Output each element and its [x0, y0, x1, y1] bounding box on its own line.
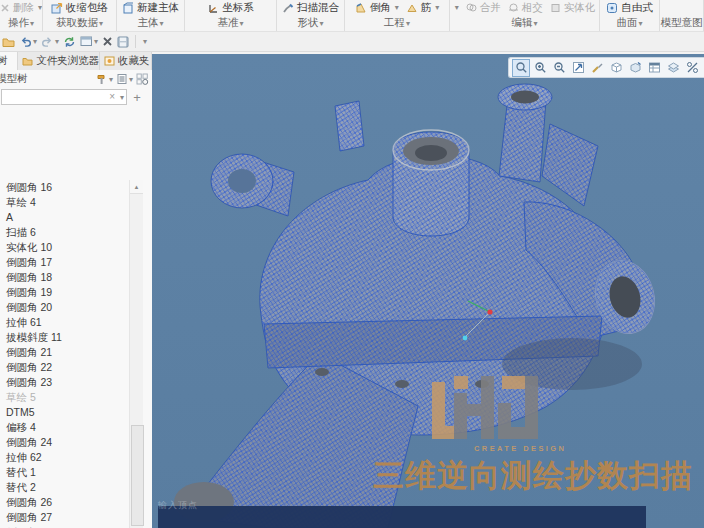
zoom-out-icon[interactable] [550, 59, 568, 77]
zoom-in-icon[interactable] [531, 59, 549, 77]
group-label-engineering[interactable]: 工程 [345, 16, 449, 31]
solidify-label: 实体化 [564, 1, 596, 15]
display-style-icon[interactable] [607, 59, 625, 77]
saved-orientations-icon[interactable] [626, 59, 644, 77]
group-label-operations[interactable]: 操作 [0, 16, 42, 31]
tree-filter-icon[interactable] [136, 73, 149, 85]
search-input[interactable]: × [1, 89, 127, 105]
tree-item[interactable]: DTM5 [0, 405, 128, 420]
tree-item[interactable]: 替代 2 [0, 480, 128, 495]
group-label-shapes[interactable]: 形状 [277, 16, 344, 31]
more-commands-icon[interactable] [142, 37, 147, 46]
tab-folder-browser[interactable]: 文件夹浏览器 [18, 52, 100, 70]
tab-model-tree-label: 模型树 [0, 54, 8, 68]
regenerate-icon[interactable] [63, 36, 76, 48]
swept-blend-icon [282, 2, 294, 14]
delete-label: 删除 [13, 1, 34, 15]
tree-item[interactable]: 拉伸 61 [0, 315, 128, 330]
tab-model-tree[interactable]: 模型树 [0, 52, 18, 70]
tree-item[interactable]: 倒圆角 20 [0, 300, 128, 315]
quick-access-toolbar [0, 31, 704, 52]
ribbon-group-engineering: 倒角 筋 工程 [345, 0, 450, 31]
tree-item[interactable]: 草绘 5 [0, 390, 128, 405]
view-manager-icon[interactable] [645, 59, 663, 77]
shrinkwrap-button[interactable]: 收缩包络 [51, 1, 108, 15]
tree-item[interactable]: 拔模斜度 11 [0, 330, 128, 345]
intersect-icon [508, 2, 519, 13]
ribbon-group-shapes: 扫描混合 形状 [277, 0, 345, 31]
tree-item[interactable]: 倒圆角 22 [0, 360, 128, 375]
zoom-box-icon[interactable] [512, 59, 530, 77]
group-label-model-intent[interactable]: 模型意图 [660, 16, 703, 31]
rib-button[interactable]: 筋 [406, 1, 440, 15]
graphics-canvas[interactable]: 输入顶点 CREATE DESIGN 三维逆向测绘抄数扫描 [152, 54, 704, 528]
tree-show-icon[interactable] [116, 73, 133, 85]
group-label-editing[interactable]: 编辑 [450, 16, 599, 31]
ribbon-group-body: 新建主体 主体 [117, 0, 185, 31]
save-icon[interactable] [117, 36, 129, 48]
swept-blend-label: 扫描混合 [297, 1, 339, 15]
group-label-datum[interactable]: 基准 [185, 16, 276, 31]
csys-button[interactable]: 坐标系 [207, 1, 254, 15]
tree-item[interactable]: 倒圆角 27 [0, 510, 128, 525]
tree-item[interactable]: 扫描 6 [0, 225, 128, 240]
group-label-get-data[interactable]: 获取数据 [43, 16, 116, 31]
repaint-icon[interactable] [588, 59, 606, 77]
window-switch-icon[interactable] [80, 36, 98, 47]
panel-title: 模型树 [0, 72, 28, 86]
tree-item[interactable]: 倒圆角 26 [0, 495, 128, 510]
search-options-icon[interactable] [119, 93, 124, 102]
tree-tools-icon[interactable] [96, 73, 113, 85]
undo-icon[interactable] [19, 36, 37, 47]
model-viewport[interactable] [152, 54, 704, 528]
new-body-button[interactable]: 新建主体 [122, 1, 179, 15]
tree-item[interactable]: 倒圆角 21 [0, 345, 128, 360]
csys-label: 坐标系 [222, 1, 254, 15]
refit-icon[interactable] [569, 59, 587, 77]
tree-scrollbar[interactable]: ▲ [129, 180, 143, 528]
rib-icon [406, 2, 418, 14]
solidify-button[interactable]: 实体化 [550, 1, 596, 15]
delete-icon [0, 3, 10, 13]
new-body-label: 新建主体 [137, 1, 179, 15]
redo-icon[interactable] [41, 36, 59, 47]
tree-search-row: × + [0, 88, 152, 106]
intersect-label: 相交 [522, 1, 543, 15]
tree-item[interactable]: 偏移 4 [0, 420, 128, 435]
freestyle-button[interactable]: 自由式 [606, 1, 653, 15]
search-clear-icon[interactable]: × [109, 92, 115, 102]
chamfer-icon [355, 2, 367, 14]
open-file-icon[interactable] [2, 36, 15, 48]
intersect-button[interactable]: 相交 [508, 1, 543, 15]
tree-item[interactable]: 倒圆角 16 [0, 180, 128, 195]
tree-item[interactable]: 实体化 10 [0, 240, 128, 255]
tree-item[interactable]: 倒圆角 17 [0, 255, 128, 270]
tree-item[interactable]: 替代 1 [0, 465, 128, 480]
tree-item[interactable]: 倒圆角 23 [0, 375, 128, 390]
tree-item[interactable]: 倒圆角 19 [0, 285, 128, 300]
tree-item[interactable]: 拉伸 62 [0, 450, 128, 465]
swept-blend-button[interactable]: 扫描混合 [282, 1, 339, 15]
tree-item[interactable]: A [0, 210, 128, 225]
tab-favorites[interactable]: 收藏夹 [100, 52, 152, 70]
chamfer-button[interactable]: 倒角 [355, 1, 399, 15]
gallery-dropdown-button[interactable] [454, 3, 459, 12]
ribbon-group-datum: 坐标系 基准 [185, 0, 277, 31]
group-label-body[interactable]: 主体 [117, 16, 184, 31]
scrollbar-up-icon[interactable]: ▲ [130, 180, 143, 194]
ribbon: 删除 操作 收缩包络 获取数据 新建主体 主体 坐标系 基准 [0, 0, 704, 31]
merge-button[interactable]: 合并 [466, 1, 501, 15]
tree-item[interactable]: 倒圆角 18 [0, 270, 128, 285]
delete-button[interactable]: 删除 [0, 1, 42, 15]
scrollbar-thumb[interactable] [131, 425, 144, 526]
group-label-surfaces[interactable]: 曲面 [600, 16, 659, 31]
datum-display-icon[interactable] [664, 59, 682, 77]
tree-item[interactable]: 草绘 4 [0, 195, 128, 210]
ribbon-group-surfaces: 自由式 曲面 [600, 0, 660, 31]
ribbon-group-editing: 合并 相交 实体化 编辑 [450, 0, 600, 31]
close-window-icon[interactable] [102, 36, 113, 47]
tree-item[interactable]: 倒圆角 24 [0, 435, 128, 450]
search-expand-button[interactable]: + [130, 90, 144, 104]
favorites-icon [104, 56, 115, 66]
annotation-display-icon[interactable] [683, 59, 701, 77]
